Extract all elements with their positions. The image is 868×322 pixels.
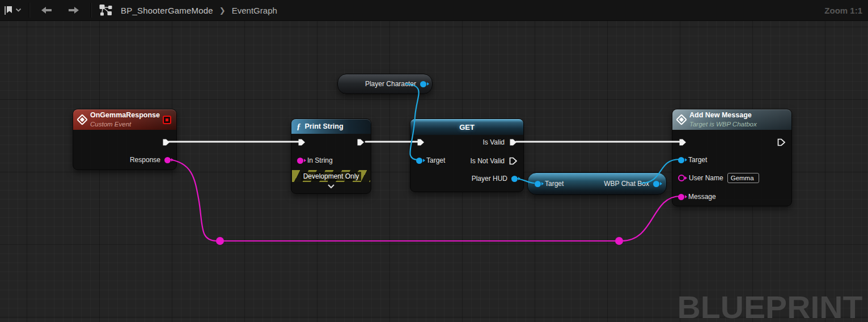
target-input-pin[interactable] bbox=[416, 158, 422, 164]
node-header: OnGemmaResponse Custom Event bbox=[73, 109, 176, 130]
target-input-pin[interactable] bbox=[535, 181, 541, 187]
pin-label: User Name bbox=[689, 174, 723, 182]
player-character-output-pin[interactable] bbox=[420, 81, 426, 87]
back-arrow-icon bbox=[41, 6, 52, 15]
target-pin-row: Target bbox=[416, 155, 445, 166]
node-on-gemma-response[interactable]: OnGemmaResponse Custom Event Response bbox=[73, 109, 177, 170]
exec-out-pin[interactable] bbox=[356, 138, 365, 147]
output-pin-group: WBP Chat Box bbox=[604, 180, 659, 188]
is-not-valid-pin-row: Is Not Valid bbox=[471, 156, 518, 166]
function-icon: ƒ bbox=[297, 122, 301, 131]
pin-label: WBP Chat Box bbox=[604, 180, 649, 188]
exec-in-pin[interactable] bbox=[297, 138, 306, 147]
node-header: Add New Message Target is WBP Chatbox bbox=[672, 109, 791, 130]
forward-button[interactable] bbox=[60, 0, 87, 20]
response-output-pin[interactable] bbox=[164, 157, 171, 163]
event-flag-icon bbox=[163, 116, 171, 124]
pin-label: In String bbox=[307, 156, 333, 164]
node-expand-row bbox=[291, 184, 371, 189]
response-pin-row: Response bbox=[130, 155, 171, 165]
node-subtitle: Custom Event bbox=[90, 120, 159, 128]
user-name-input[interactable]: Gemma bbox=[727, 173, 759, 183]
node-header: ƒ Print String bbox=[291, 119, 371, 134]
exec-in-pin[interactable] bbox=[416, 138, 425, 147]
forward-arrow-icon bbox=[68, 6, 79, 15]
user-name-input-pin[interactable] bbox=[678, 175, 685, 181]
expand-chevron-icon[interactable] bbox=[327, 184, 335, 189]
player-hud-output-pin[interactable] bbox=[511, 176, 518, 182]
node-get-wbp-chat-box[interactable]: Target WBP Chat Box bbox=[527, 172, 667, 195]
pin-label: Player HUD bbox=[472, 175, 507, 183]
target-input-pin[interactable] bbox=[678, 157, 684, 163]
graph-icon-button[interactable] bbox=[95, 0, 117, 20]
exec-out-row bbox=[777, 137, 786, 147]
banner-label: Development Only bbox=[301, 172, 362, 181]
target-pin-group: Target bbox=[535, 180, 564, 188]
back-button[interactable] bbox=[33, 0, 60, 20]
pin-label: Player Character bbox=[365, 80, 416, 88]
target-pin-row: Target bbox=[678, 155, 707, 165]
breadcrumb-toolbar: BP_ShooterGameMode ❯ EventGraph Zoom 1:1 bbox=[0, 0, 868, 21]
in-string-pin-row: In String bbox=[297, 155, 333, 166]
is-not-valid-exec-pin[interactable] bbox=[509, 156, 518, 166]
blueprint-watermark: BLUEPRINT bbox=[677, 289, 862, 322]
pin-label: Response bbox=[130, 156, 160, 164]
in-string-input-pin[interactable] bbox=[297, 158, 303, 164]
pin-label: Target bbox=[688, 156, 707, 164]
pin-label: Is Not Valid bbox=[471, 157, 505, 165]
exec-out-row bbox=[356, 137, 365, 147]
node-player-character[interactable]: Player Character bbox=[337, 74, 433, 94]
custom-event-icon bbox=[77, 114, 88, 125]
is-valid-pin-row: Is Valid bbox=[483, 137, 518, 147]
node-title: Add New Message bbox=[689, 111, 757, 120]
bookmark-button[interactable] bbox=[0, 0, 26, 20]
pin-label: Message bbox=[688, 193, 716, 201]
node-title: Print String bbox=[305, 122, 344, 130]
breadcrumb-separator-icon: ❯ bbox=[219, 6, 226, 15]
pin-label: Target bbox=[545, 180, 564, 188]
exec-out-pin[interactable] bbox=[162, 138, 171, 147]
exec-in-row bbox=[678, 137, 687, 147]
message-pin-row: Message bbox=[678, 192, 716, 202]
exec-out-pin[interactable] bbox=[777, 138, 786, 147]
player-hud-pin-row: Player HUD bbox=[472, 173, 518, 184]
message-input-pin[interactable] bbox=[678, 194, 684, 200]
node-header: GET bbox=[410, 119, 523, 135]
toolbar-divider bbox=[91, 3, 91, 18]
event-call-icon bbox=[676, 114, 687, 125]
pin-label: Is Valid bbox=[483, 138, 505, 146]
toolbar-divider bbox=[29, 3, 29, 18]
development-only-banner: Development Only bbox=[292, 170, 370, 182]
node-title: OnGemmaResponse bbox=[90, 111, 159, 120]
node-add-new-message[interactable]: Add New Message Target is WBP Chatbox Ta… bbox=[672, 109, 792, 206]
breadcrumb-asset[interactable]: BP_ShooterGameMode bbox=[121, 6, 213, 15]
exec-in-row bbox=[416, 137, 425, 147]
node-title: GET bbox=[459, 123, 475, 132]
is-valid-exec-pin[interactable] bbox=[509, 138, 518, 147]
bookmark-icon bbox=[4, 6, 12, 15]
node-get-player-hud[interactable]: GET Is Valid Target Is Not Valid Player … bbox=[410, 118, 524, 192]
blueprint-graph-icon bbox=[99, 3, 113, 17]
chevron-down-icon bbox=[15, 8, 22, 12]
exec-out-row bbox=[162, 137, 171, 147]
node-print-string[interactable]: ƒ Print String In String Development Onl… bbox=[291, 118, 371, 194]
node-subtitle: Target is WBP Chatbox bbox=[689, 120, 757, 128]
blueprint-editor: BP_ShooterGameMode ❯ EventGraph Zoom 1:1… bbox=[0, 0, 868, 322]
zoom-level-indicator: Zoom 1:1 bbox=[824, 6, 868, 15]
breadcrumb-graph[interactable]: EventGraph bbox=[232, 6, 277, 15]
exec-in-pin[interactable] bbox=[678, 138, 687, 147]
exec-in-row bbox=[297, 137, 306, 147]
user-name-pin-row: User Name Gemma bbox=[678, 173, 759, 183]
pin-label: Target bbox=[426, 156, 445, 164]
wbp-chat-box-output-pin[interactable] bbox=[653, 181, 659, 187]
